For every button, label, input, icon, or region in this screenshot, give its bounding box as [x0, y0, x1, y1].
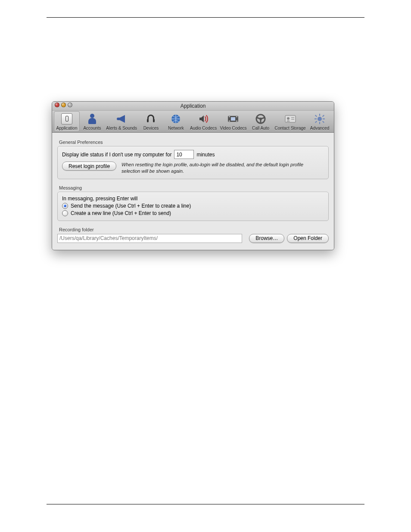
svg-point-15 — [318, 117, 322, 121]
audio-codecs-icon — [197, 112, 210, 125]
reset-login-profile-button[interactable]: Reset login profile — [62, 162, 116, 171]
toolbar-item-network[interactable]: Network — [163, 112, 188, 131]
idle-row: Display idle status if I don't use my co… — [62, 150, 324, 159]
toolbar-item-application[interactable]: Application — [54, 111, 80, 132]
svg-rect-17 — [319, 122, 320, 124]
toolbar-label: Network — [168, 126, 184, 131]
svg-rect-4 — [229, 116, 230, 117]
svg-rect-22 — [315, 121, 317, 123]
contact-storage-icon — [284, 112, 297, 125]
toolbar-item-video-codecs[interactable]: Video Codecs — [218, 112, 248, 131]
toolbar-item-alerts[interactable]: Alerts & Sounds — [105, 112, 138, 131]
toolbar-label: Call Auto — [252, 126, 269, 131]
toolbar-item-audio-codecs[interactable]: Audio Codecs — [188, 112, 218, 131]
general-groupbox: Display idle status if I don't use my co… — [57, 146, 329, 179]
section-label-messaging: Messaging — [59, 185, 329, 190]
traffic-lights — [55, 103, 72, 107]
messaging-groupbox: In messaging, pressing Enter will Send t… — [57, 192, 329, 221]
reset-help-text: When resetting the login profile, auto-l… — [121, 162, 307, 174]
svg-rect-8 — [231, 117, 235, 121]
toolbar-label: Alerts & Sounds — [106, 126, 137, 131]
page-rule-top — [47, 17, 364, 18]
idle-prefix-label: Display idle status if I don't use my co… — [62, 152, 171, 158]
radio-icon — [62, 210, 68, 216]
video-codecs-icon — [227, 112, 240, 125]
devices-icon — [144, 112, 157, 125]
toolbar-label: Video Codecs — [220, 126, 246, 131]
accounts-icon — [86, 112, 99, 125]
toolbar-label: Devices — [143, 126, 159, 131]
svg-rect-5 — [229, 121, 230, 121]
svg-rect-16 — [319, 114, 320, 116]
browse-button[interactable]: Browse… — [249, 234, 284, 243]
svg-rect-0 — [147, 119, 149, 122]
section-label-general: General Preferences — [59, 140, 329, 145]
toolbar-label: Audio Codecs — [190, 126, 217, 131]
svg-point-12 — [287, 117, 290, 120]
recording-path-input[interactable] — [57, 234, 242, 243]
page-rule-bottom — [47, 504, 364, 504]
close-icon[interactable] — [55, 103, 59, 107]
messaging-option-newline[interactable]: Create a new line (Use Ctrl + Enter to s… — [62, 210, 324, 216]
minimize-icon[interactable] — [61, 103, 66, 107]
preferences-content: General Preferences Display idle status … — [52, 133, 334, 250]
radio-icon — [62, 203, 68, 209]
svg-rect-18 — [314, 118, 317, 119]
svg-rect-21 — [322, 115, 324, 117]
zoom-icon[interactable] — [68, 103, 72, 107]
recording-row: Browse… Open Folder — [57, 234, 329, 243]
messaging-option-label: Send the message (Use Ctrl + Enter to cr… — [71, 203, 191, 209]
svg-rect-1 — [153, 119, 155, 122]
svg-rect-23 — [322, 121, 324, 123]
messaging-prompt: In messaging, pressing Enter will — [62, 196, 324, 202]
open-folder-button[interactable]: Open Folder — [287, 234, 329, 243]
messaging-option-label: Create a new line (Use Ctrl + Enter to s… — [71, 210, 171, 216]
toolbar-item-accounts[interactable]: Accounts — [80, 112, 105, 131]
toolbar-label: Contact Storage — [274, 126, 305, 131]
alerts-icon — [115, 112, 128, 125]
toolbar-label: Application — [56, 126, 78, 131]
call-auto-icon — [254, 112, 267, 125]
svg-rect-6 — [236, 116, 237, 117]
messaging-option-send[interactable]: Send the message (Use Ctrl + Enter to cr… — [62, 203, 324, 209]
idle-minutes-input[interactable] — [174, 150, 194, 159]
preferences-window: Application Application Accounts Al — [52, 101, 334, 250]
toolbar-label: Accounts — [83, 126, 101, 131]
idle-suffix-label: minutes — [196, 152, 215, 158]
svg-rect-7 — [236, 121, 237, 121]
network-icon — [169, 112, 182, 125]
document-page: Application Application Accounts Al — [0, 0, 411, 532]
application-icon — [60, 112, 73, 125]
titlebar: Application — [52, 102, 334, 111]
svg-rect-19 — [323, 118, 325, 119]
toolbar-item-devices[interactable]: Devices — [138, 112, 163, 131]
preferences-toolbar: Application Accounts Alerts & Sounds Dev… — [52, 111, 334, 133]
toolbar-item-call-auto[interactable]: Call Auto — [248, 112, 273, 131]
advanced-icon — [313, 112, 326, 125]
svg-rect-20 — [315, 115, 317, 117]
reset-row: Reset login profile When resetting the l… — [62, 162, 324, 174]
toolbar-item-advanced[interactable]: Advanced — [307, 112, 332, 131]
toolbar-item-contact-storage[interactable]: Contact Storage — [273, 112, 307, 131]
window-title: Application — [181, 103, 206, 109]
section-label-recording: Recording folder — [59, 227, 329, 232]
toolbar-label: Advanced — [310, 126, 329, 131]
